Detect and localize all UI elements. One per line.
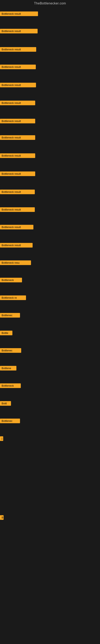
bottleneck-result-item-22: Bottleneck: [0, 384, 21, 388]
bottleneck-result-item-23: Bottl: [0, 401, 11, 406]
bottleneck-result-item-2: Bottleneck result: [0, 29, 38, 34]
bottleneck-result-item-8: Bottleneck result: [0, 135, 35, 140]
bottleneck-result-item-13: Bottleneck result: [0, 225, 33, 230]
bottleneck-result-item-14: Bottleneck result: [0, 243, 33, 248]
bottleneck-result-item-1: Bottleneck result: [0, 12, 38, 16]
bottleneck-result-item-17: Bottleneck re: [0, 296, 26, 300]
bottleneck-result-item-6: Bottleneck result: [0, 100, 35, 105]
bottleneck-result-item-18: Bottlenec: [0, 313, 20, 318]
bottleneck-result-item-7: Bottleneck result: [0, 119, 35, 123]
bottleneck-result-item-3: Bottleneck result: [0, 47, 36, 52]
bottleneck-result-item-16: Bottleneck: [0, 278, 22, 282]
bottleneck-result-item-20: Bottlenec: [0, 348, 21, 353]
site-title: TheBottlenecker.com: [0, 0, 100, 7]
bottleneck-result-item-26: B: [0, 515, 3, 520]
bottleneck-result-item-25: |: [0, 436, 3, 441]
bottleneck-result-item-4: Bottleneck result: [0, 64, 36, 69]
bottleneck-result-item-12: Bottleneck result: [0, 207, 35, 212]
bottleneck-result-item-21: Bottlene: [0, 366, 16, 370]
bottleneck-result-item-15: Bottleneck resu: [0, 260, 31, 265]
bottleneck-result-item-11: Bottleneck result: [0, 190, 35, 194]
bottleneck-result-item-19: Bottle: [0, 331, 12, 335]
bottleneck-result-item-10: Bottleneck result: [0, 172, 35, 176]
bottleneck-result-item-24: Bottlenec: [0, 418, 20, 423]
bottleneck-result-item-9: Bottleneck result: [0, 153, 35, 158]
bottleneck-result-item-5: Bottleneck result: [0, 83, 36, 87]
